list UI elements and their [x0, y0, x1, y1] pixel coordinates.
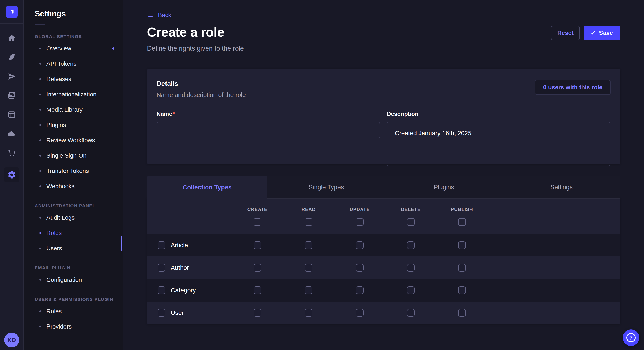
- user-avatar[interactable]: KD: [4, 333, 19, 348]
- permission-checkbox-author-read[interactable]: [305, 264, 312, 272]
- bullet-icon: [40, 170, 41, 172]
- sidebar-item-roles-admin[interactable]: Roles: [35, 225, 123, 241]
- content-type-builder-layout-icon[interactable]: [7, 110, 16, 120]
- permission-checkbox-article-publish[interactable]: [458, 241, 466, 249]
- permission-checkbox-author-update[interactable]: [356, 264, 364, 272]
- sidebar-item-internationalization[interactable]: Internationalization: [35, 87, 123, 102]
- description-textarea[interactable]: Created January 16th, 2025: [387, 122, 610, 166]
- sidebar-item-plugins[interactable]: Plugins: [35, 117, 123, 133]
- permission-checkbox-article-update[interactable]: [356, 241, 364, 249]
- sidebar-item-label: Media Library: [46, 106, 83, 113]
- row-select-checkbox[interactable]: [158, 264, 165, 272]
- sidebar-item-roles-up[interactable]: Roles: [35, 304, 123, 319]
- tab-settings[interactable]: Settings: [502, 176, 620, 199]
- permission-checkbox-author-delete[interactable]: [407, 264, 415, 272]
- reset-button[interactable]: Reset: [551, 26, 580, 40]
- bullet-icon: [40, 140, 41, 141]
- sidebar-item-label: Internationalization: [46, 91, 96, 98]
- settings-gear-icon[interactable]: [4, 167, 20, 182]
- permission-checkbox-article-delete[interactable]: [407, 241, 415, 249]
- permission-checkbox-category-update[interactable]: [356, 286, 364, 294]
- permission-checkbox-author-publish[interactable]: [458, 264, 466, 272]
- save-button[interactable]: ✓ Save: [584, 26, 620, 40]
- sidebar-item-releases[interactable]: Releases: [35, 71, 123, 87]
- page-title: Create a role: [147, 25, 224, 39]
- sidebar-item-overview[interactable]: Overview: [35, 41, 123, 56]
- strapi-logo[interactable]: [6, 6, 18, 18]
- sidebar-item-users[interactable]: Users: [35, 241, 123, 256]
- row-label: Category: [171, 287, 196, 294]
- column-delete: Delete: [385, 207, 436, 226]
- deploy-paper-plane-icon[interactable]: [7, 71, 16, 81]
- select-all-delete-checkbox[interactable]: [407, 218, 415, 226]
- sidebar-item-audit-logs[interactable]: Audit Logs: [35, 210, 123, 225]
- marketplace-cart-icon[interactable]: [7, 148, 16, 158]
- column-publish: Publish: [436, 207, 488, 226]
- permission-checkbox-user-create[interactable]: [254, 309, 261, 317]
- users-with-role-button[interactable]: 0 users with this role: [535, 80, 610, 95]
- row-label: User: [171, 309, 184, 316]
- permission-checkbox-user-delete[interactable]: [407, 309, 415, 317]
- help-button[interactable]: ?: [623, 329, 639, 346]
- row-select-checkbox[interactable]: [158, 309, 165, 317]
- select-all-read-checkbox[interactable]: [305, 218, 312, 226]
- permission-checkbox-category-publish[interactable]: [458, 286, 466, 294]
- bullet-icon: [40, 217, 41, 219]
- details-card: Details Name and description of the role…: [147, 69, 620, 164]
- sidebar-item-single-sign-on[interactable]: Single Sign-On: [35, 148, 123, 163]
- question-mark-icon: ?: [626, 333, 636, 342]
- permission-checkbox-user-read[interactable]: [305, 309, 312, 317]
- bullet-icon: [40, 279, 41, 281]
- check-icon: ✓: [591, 29, 596, 37]
- permission-checkbox-user-publish[interactable]: [458, 309, 466, 317]
- settings-subnav: Settings Global Settings Overview API To…: [24, 0, 123, 350]
- select-all-update-checkbox[interactable]: [356, 218, 364, 226]
- home-icon[interactable]: [7, 33, 16, 43]
- header-actions: Reset ✓ Save: [551, 26, 620, 40]
- page-subtitle: Define the rights given to the role: [147, 45, 620, 52]
- tab-collection-types[interactable]: Collection Types: [147, 176, 268, 199]
- bullet-icon: [40, 48, 41, 49]
- sidebar-item-configuration[interactable]: Configuration: [35, 272, 123, 288]
- sidebar-item-providers[interactable]: Providers: [35, 319, 123, 334]
- name-input[interactable]: [156, 122, 380, 138]
- row-select-checkbox[interactable]: [158, 241, 165, 249]
- tab-single-types[interactable]: Single Types: [268, 176, 385, 199]
- sidebar-item-api-tokens[interactable]: API Tokens: [35, 56, 123, 71]
- main-content: ← Back Create a role Reset ✓ Save Define…: [123, 0, 644, 350]
- permission-checkbox-user-update[interactable]: [356, 309, 364, 317]
- permission-checkbox-author-create[interactable]: [254, 264, 261, 272]
- sidebar-item-media-library[interactable]: Media Library: [35, 102, 123, 117]
- rail-icon-list: [4, 24, 20, 328]
- tab-plugins[interactable]: Plugins: [385, 176, 502, 199]
- media-library-icon[interactable]: [7, 91, 16, 100]
- column-label-update: Update: [350, 207, 370, 212]
- permissions-tabs: Collection Types Single Types Plugins Se…: [147, 176, 620, 199]
- permission-checkbox-category-delete[interactable]: [407, 286, 415, 294]
- column-label-publish: Publish: [451, 207, 473, 212]
- row-select-checkbox[interactable]: [158, 286, 165, 294]
- cloud-icon[interactable]: [7, 129, 16, 139]
- sidebar-item-review-workflows[interactable]: Review Workflows: [35, 133, 123, 148]
- sidebar-item-label: API Tokens: [46, 60, 76, 67]
- sidebar-item-transfer-tokens[interactable]: Transfer Tokens: [35, 163, 123, 178]
- back-link[interactable]: ← Back: [147, 11, 171, 19]
- column-label-delete: Delete: [401, 207, 421, 212]
- table-row-user: User: [147, 302, 620, 324]
- content-manager-feather-icon[interactable]: [7, 52, 16, 62]
- permissions-section: Collection Types Single Types Plugins Se…: [147, 176, 620, 324]
- permission-checkbox-category-create[interactable]: [254, 286, 261, 294]
- permission-checkbox-category-read[interactable]: [305, 286, 312, 294]
- permission-checkbox-article-read[interactable]: [305, 241, 312, 249]
- select-all-publish-checkbox[interactable]: [458, 218, 466, 226]
- icon-sidebar: KD: [0, 0, 24, 350]
- select-all-create-checkbox[interactable]: [254, 218, 261, 226]
- sidebar-item-label: Audit Logs: [46, 214, 74, 221]
- sidebar-item-webhooks[interactable]: Webhooks: [35, 178, 123, 194]
- table-row-article: Article: [147, 234, 620, 256]
- subnav-scrollbar-thumb[interactable]: [120, 236, 122, 251]
- permission-checkbox-article-create[interactable]: [254, 241, 261, 249]
- details-fields: Name* Description Created January 16th, …: [156, 111, 610, 167]
- bullet-icon: [40, 247, 41, 249]
- bullet-icon: [40, 326, 41, 328]
